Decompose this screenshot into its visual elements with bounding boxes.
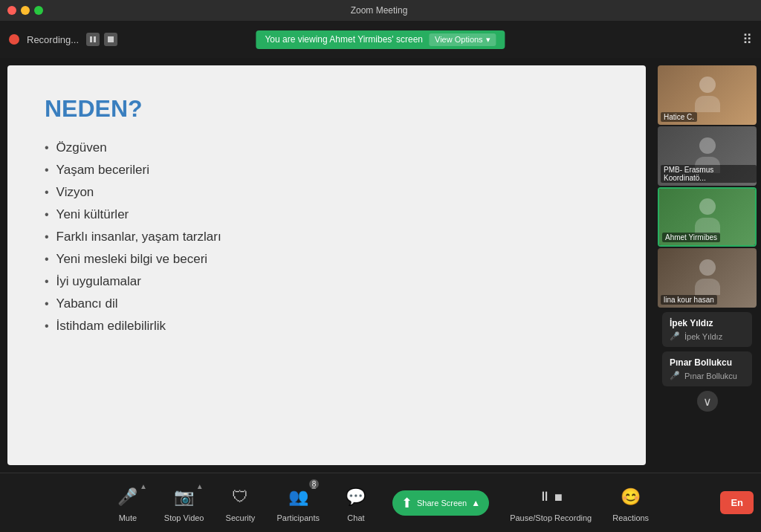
viewing-text: You are viewing Ahmet Yirmibes' screen (265, 34, 423, 45)
participants-icon-wrap: 👥 8 ▲ (285, 484, 311, 510)
slide-bullet-item: Yeni kültürler (45, 207, 609, 222)
participant-video-2: PMB- Erasmus Koordinatö... (658, 126, 757, 186)
share-screen-icon: ⬆ (401, 495, 412, 511)
mute-label: Mute (119, 513, 137, 522)
end-meeting-button[interactable]: En (720, 491, 754, 514)
window-title: Zoom Meeting (4, 5, 754, 16)
participant-name-1: Hatice C. (661, 112, 697, 122)
pause-recording-icon-wrap: ⏸ ⏹ (537, 484, 564, 510)
slide-bullet-item: Farklı insanlar, yaşam tarzları (45, 230, 609, 244)
security-label: Security (226, 513, 256, 522)
audio-person-2-name: Pınar Bollukcu (670, 357, 745, 368)
participant-name-4: lina kour hasan (661, 295, 717, 305)
participants-caret[interactable]: ▲ (310, 482, 317, 490)
expand-participants-button[interactable]: ∨ (697, 391, 718, 412)
slide-area: NEDEN? ÖzgüvenYaşam becerileriVizyonYeni… (0, 58, 653, 473)
avatar (693, 259, 722, 296)
view-options-button[interactable]: View Options ▾ (429, 33, 496, 46)
avatar (693, 198, 722, 236)
slide-bullets: ÖzgüvenYaşam becerileriVizyonYeni kültür… (45, 140, 609, 334)
participants-label: Participants (276, 513, 319, 522)
svg-rect-0 (90, 36, 92, 42)
stop-video-icon-wrap: 📷 ▲ (171, 484, 198, 510)
mute-caret[interactable]: ▲ (140, 482, 147, 490)
chat-label: Chat (347, 513, 364, 522)
participant-name-3: Ahmet Yirmibes (662, 233, 720, 242)
participant-video-3: Ahmet Yirmibes (658, 187, 757, 247)
recording-dot (9, 34, 19, 45)
security-icon-wrap: 🛡 (227, 484, 253, 510)
slide-bullet-item: Yeni mesleki bilgi ve beceri (45, 252, 609, 267)
participants-sidebar: Hatice C. PMB- Erasmus Koordinatö... Ahm… (653, 58, 761, 473)
main-area: NEDEN? ÖzgüvenYaşam becerileriVizyonYeni… (0, 58, 761, 473)
viewing-banner: You are viewing Ahmet Yirmibes' screen V… (256, 30, 505, 49)
chat-icon-wrap: 💬 (343, 484, 369, 510)
share-screen-label: Share Screen (417, 499, 467, 507)
participants-icon: 👥 (288, 487, 308, 507)
mic-muted-icon: 🎤 (670, 331, 680, 341)
audio-person-1-name: İpek Yıldız (670, 318, 745, 328)
stop-rec-icon: ⏹ (553, 491, 563, 503)
chat-icon: 💬 (346, 487, 366, 507)
svg-rect-1 (94, 36, 96, 42)
slide-heading: NEDEN? (45, 95, 609, 123)
stop-recording-button[interactable] (104, 33, 117, 46)
participant-video-4: lina kour hasan (658, 248, 757, 308)
slide-bullet-item: İstihdam edilebilirlik (45, 319, 609, 334)
slide-bullet-item: İyi uygulamalar (45, 274, 609, 289)
recording-controls[interactable] (86, 33, 117, 46)
slide-bullet-item: Yabancı dil (45, 296, 609, 311)
audio-person-2: Pınar Bollukcu 🎤 Pınar Bollukcu (662, 351, 752, 386)
share-screen-caret[interactable]: ▲ (471, 498, 480, 508)
pause-recording-button[interactable]: ⏸ ⏹ Pause/Stop Recording (499, 479, 602, 527)
pause-recording-button[interactable] (86, 33, 100, 46)
grid-view-button[interactable]: ⠿ (742, 31, 752, 48)
reactions-button[interactable]: 😊 Reactions (602, 479, 659, 527)
share-screen-button[interactable]: ⬆ Share Screen ▲ (382, 486, 499, 520)
security-button[interactable]: 🛡 Security (214, 479, 266, 527)
mute-button[interactable]: 🎤 ▲ Mute (102, 479, 154, 527)
audio-person-1-subname: İpek Yıldız (684, 332, 722, 341)
slide-bullet-item: Vizyon (45, 185, 609, 200)
audio-participants: İpek Yıldız 🎤 İpek Yıldız Pınar Bollukcu… (658, 312, 757, 415)
pause-recording-icon: ⏸ (538, 489, 551, 505)
mute-icon-wrap: 🎤 ▲ (114, 484, 141, 510)
stop-video-button[interactable]: 📷 ▲ Stop Video (154, 479, 215, 527)
chat-button[interactable]: 💬 Chat (330, 479, 382, 527)
reactions-label: Reactions (612, 513, 649, 522)
avatar (693, 77, 722, 114)
share-screen-active-bg: ⬆ Share Screen ▲ (392, 490, 489, 516)
shield-icon: 🛡 (232, 487, 248, 507)
participant-video-1: Hatice C. (658, 65, 757, 125)
slide-bullet-item: Özgüven (45, 140, 609, 155)
svg-rect-2 (108, 36, 114, 42)
reactions-icon: 😊 (621, 487, 641, 507)
participants-button[interactable]: 👥 8 ▲ Participants (266, 479, 329, 527)
pause-recording-label: Pause/Stop Recording (510, 513, 592, 522)
recording-label: Recording... (27, 34, 79, 45)
audio-person-2-subname: Pınar Bollukcu (684, 372, 737, 380)
participant-name-2: PMB- Erasmus Koordinatö... (661, 165, 757, 183)
reactions-icon-wrap: 😊 (618, 484, 644, 510)
microphone-icon: 🎤 (117, 487, 137, 507)
audio-person-1-mic: 🎤 İpek Yıldız (670, 331, 745, 341)
mic-muted-icon-2: 🎤 (670, 371, 680, 380)
toolbar: 🎤 ▲ Mute 📷 ▲ Stop Video 🛡 Security 👥 8 ▲… (0, 473, 761, 532)
video-caret[interactable]: ▲ (196, 482, 204, 490)
topbar: Recording... You are viewing Ahmet Yirmi… (0, 21, 761, 58)
stop-video-label: Stop Video (164, 513, 204, 522)
audio-person-2-mic: 🎤 Pınar Bollukcu (670, 371, 745, 380)
slide-bullet-item: Yaşam becerileri (45, 163, 609, 178)
presentation-slide: NEDEN? ÖzgüvenYaşam becerileriVizyonYeni… (7, 65, 646, 465)
video-icon: 📷 (174, 487, 194, 507)
audio-person-1: İpek Yıldız 🎤 İpek Yıldız (662, 312, 752, 347)
titlebar: Zoom Meeting (0, 0, 761, 21)
